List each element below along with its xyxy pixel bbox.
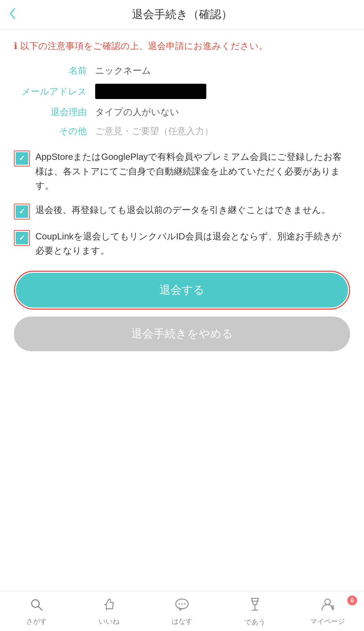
checkbox-2-wrapper[interactable]: ✓ [14, 204, 30, 220]
value-email-masked [95, 84, 206, 99]
checkbox-3-wrapper[interactable]: ✓ [14, 230, 30, 246]
checkbox-1-inner: ✓ [16, 152, 28, 165]
button-section: 退会する 退会手続きをやめる [14, 271, 350, 351]
value-reason: タイプの人がいない [95, 106, 179, 118]
label-email: メールアドレス [17, 85, 87, 98]
page-title: 退会手続き（確認） [132, 7, 232, 22]
form-row-email: メールアドレス [14, 84, 350, 99]
svg-line-1 [38, 607, 42, 610]
thumb-up-icon [102, 598, 116, 615]
nav-label-meet: であう [245, 617, 265, 627]
checkmark-2: ✓ [19, 207, 25, 216]
checkbox-item-2: ✓ 退会後、再登録しても退会以前のデータを引き継ぐことはできません。 [14, 202, 350, 221]
svg-point-9 [325, 599, 330, 605]
checkmark-1: ✓ [19, 154, 25, 163]
svg-point-3 [179, 603, 180, 605]
person-icon [321, 598, 334, 615]
nav-item-like[interactable]: いいね [73, 598, 146, 626]
chat-icon [174, 598, 190, 615]
label-name: 名前 [17, 65, 87, 77]
checkbox-3-text: CoupLinkを退会してもリンクバルID会員は退会とならず、別途お手続きが必要… [35, 229, 350, 258]
value-name: ニックネーム [95, 65, 151, 77]
svg-point-4 [181, 603, 183, 605]
primary-button-wrapper: 退会する [14, 271, 350, 310]
search-icon [30, 598, 43, 615]
checkbox-3-inner: ✓ [16, 232, 28, 244]
label-other: その他 [17, 125, 87, 137]
nav-item-meet[interactable]: であう [218, 597, 291, 627]
notice-text: 以下の注意事項をご確認の上、退会申請にお進みください。 [20, 40, 268, 52]
cancel-button[interactable]: 退会手続きをやめる [14, 317, 350, 351]
form-section: 名前 ニックネーム メールアドレス 退会理由 タイプの人がいない その他 ご意見… [14, 65, 350, 137]
nav-label-like: いいね [99, 617, 119, 626]
nav-item-chat[interactable]: はなす [146, 598, 218, 626]
header: 退会手続き（確認） [0, 0, 364, 30]
value-other: ご意見・ご要望（任意入力） [95, 125, 213, 137]
checkbox-item-3: ✓ CoupLinkを退会してもリンクバルID会員は退会とならず、別途お手続きが… [14, 228, 350, 260]
checkbox-1-wrapper[interactable]: ✓ [14, 150, 30, 166]
form-row-other: その他 ご意見・ご要望（任意入力） [14, 125, 350, 137]
checkbox-item-1: ✓ AppStoreまたはGooglePlayで有料会員やプレミアム会員にご登録… [14, 148, 350, 195]
nav-label-chat: はなす [172, 617, 192, 626]
label-reason: 退会理由 [17, 106, 87, 118]
checkbox-section: ✓ AppStoreまたはGooglePlayで有料会員やプレミアム会員にご登録… [14, 148, 350, 260]
info-icon: ℹ [14, 41, 17, 51]
withdraw-button[interactable]: 退会する [16, 273, 348, 308]
checkmark-3: ✓ [19, 233, 25, 243]
notice-banner: ℹ 以下の注意事項をご確認の上、退会申請にお進みください。 [14, 40, 350, 52]
form-row-reason: 退会理由 タイプの人がいない [14, 106, 350, 118]
nav-label-mypage: マイページ [310, 617, 345, 626]
checkbox-1-text: AppStoreまたはGooglePlayで有料会員やプレミアム会員にご登録した… [35, 150, 350, 193]
checkbox-2-text: 退会後、再登録しても退会以前のデータを引き継ぐことはできません。 [35, 203, 330, 218]
form-row-name: 名前 ニックネーム [14, 65, 350, 77]
bottom-nav: さがす いいね はなす [0, 591, 364, 631]
back-button[interactable] [8, 7, 17, 22]
nav-label-search: さがす [26, 617, 47, 626]
svg-point-5 [184, 603, 185, 605]
nav-item-search[interactable]: さがす [0, 598, 73, 626]
checkbox-2-inner: ✓ [16, 205, 28, 218]
main-content: ℹ 以下の注意事項をご確認の上、退会申請にお進みください。 名前 ニックネーム … [0, 30, 364, 591]
nav-badge-mypage: 6 [347, 596, 357, 605]
nav-item-mypage[interactable]: 6 マイページ [291, 598, 364, 626]
wine-icon [249, 597, 261, 615]
